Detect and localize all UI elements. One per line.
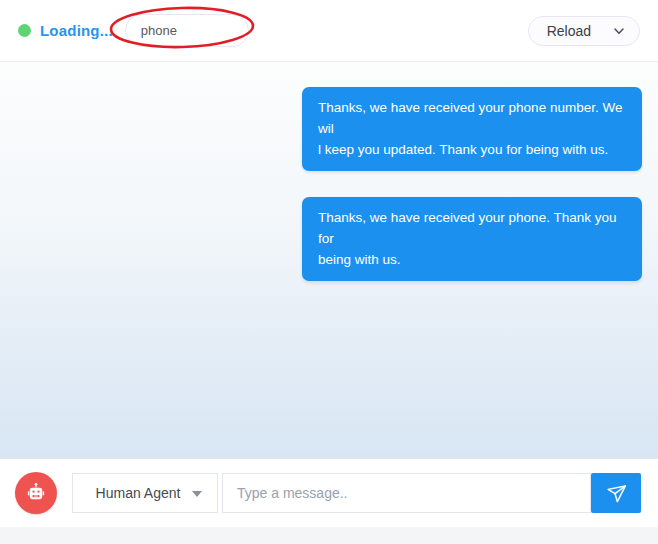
bot-message-bubble: Thanks, we have received your phone numb… — [302, 87, 642, 171]
message-list: Thanks, we have received your phone numb… — [0, 62, 658, 458]
bot-toggle-button[interactable] — [15, 472, 57, 514]
reload-label: Reload — [547, 23, 591, 39]
send-button[interactable] — [591, 473, 641, 513]
header-phone-input[interactable] — [125, 14, 249, 47]
agent-mode-label: Human Agent — [96, 485, 195, 501]
status-label: Loading... — [40, 22, 113, 39]
chat-widget: Loading... Reload Thanks, we have receiv… — [0, 0, 658, 544]
bot-message-bubble: Thanks, we have received your phone. Tha… — [302, 197, 642, 281]
status-dot-icon — [18, 24, 31, 37]
chevron-down-icon — [591, 25, 625, 37]
reload-select[interactable]: Reload — [528, 16, 640, 46]
chat-header: Loading... Reload — [0, 0, 658, 62]
message-input[interactable] — [222, 473, 591, 513]
page-background — [0, 527, 658, 544]
robot-icon — [25, 482, 47, 504]
caret-down-icon — [192, 491, 202, 497]
composer-bar: Human Agent — [0, 458, 658, 527]
agent-mode-select[interactable]: Human Agent — [72, 473, 218, 513]
paper-plane-icon — [605, 482, 628, 505]
